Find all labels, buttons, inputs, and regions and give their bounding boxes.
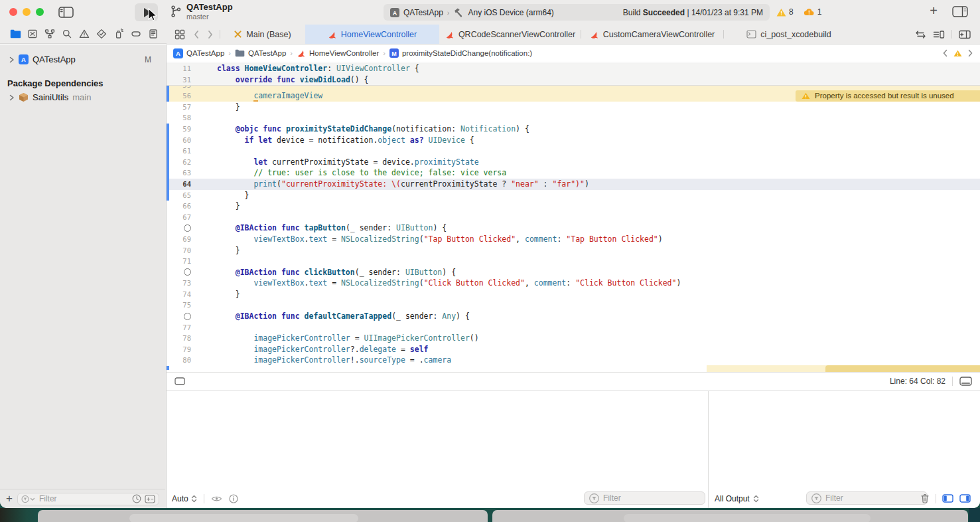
focus-editor-button[interactable] [175, 377, 185, 385]
tab-QRCodeScannerViewController[interactable]: QRCodeScannerViewController [440, 25, 581, 44]
code-line[interactable]: 78 imagePickerController = UIImagePicker… [167, 333, 980, 344]
line-number[interactable]: 67 [167, 212, 192, 223]
console-filter-field[interactable]: Filter [806, 491, 928, 505]
tab-overview-button[interactable] [173, 28, 186, 41]
warning-count-badge[interactable]: 8 [776, 7, 794, 17]
navigator-symbols[interactable] [43, 27, 56, 41]
zoom-window-button[interactable] [36, 8, 44, 16]
line-number[interactable] [167, 311, 192, 322]
code-line[interactable]: 75 [167, 300, 980, 311]
tab-ci_post_xcodebuild[interactable]: ci_post_xcodebuild [724, 25, 854, 44]
line-number[interactable]: 74 [167, 289, 192, 300]
line-number[interactable]: 66 [167, 201, 192, 212]
close-window-button[interactable] [9, 8, 17, 16]
scheme-selector[interactable]: A QATestApp › Any iOS Device (arm64) Bui… [384, 4, 770, 21]
line-number[interactable]: 11 [167, 63, 192, 74]
code-line[interactable]: 77 [167, 322, 980, 333]
code-line[interactable]: 60 if let device = notification.object a… [167, 135, 980, 146]
code-line[interactable]: @IBAction func clickButton(_ sender: UIB… [167, 267, 980, 278]
line-number[interactable]: 73 [167, 278, 192, 289]
tab-CustomCameraViewController[interactable]: CustomCameraViewController [581, 25, 723, 44]
code-line[interactable]: 70 } [167, 245, 980, 256]
code-line[interactable]: 31 override func viewDidLoad() { [167, 74, 980, 86]
inspector-toggle-button[interactable] [952, 6, 968, 17]
disclosure-chevron-icon[interactable] [9, 94, 15, 101]
scheme-app-label[interactable]: QATestApp [403, 8, 443, 17]
next-issue-button[interactable] [967, 49, 973, 57]
line-number[interactable]: 78 [167, 333, 192, 344]
code-line[interactable]: 64 print("currentProximityState: \(curre… [167, 179, 980, 190]
code-line[interactable]: 73 viewTextBox.text = NSLocalizedString(… [167, 278, 980, 289]
code-line[interactable]: 62 let currentProximityState = device.pr… [167, 157, 980, 168]
forward-button[interactable] [206, 29, 214, 40]
navigator-issues[interactable] [78, 27, 91, 41]
sidebar-item-project[interactable]: A QATestApp M [0, 53, 166, 66]
previous-issue-button[interactable] [942, 49, 948, 57]
clear-console-button[interactable] [920, 493, 930, 503]
breadcrumb-item[interactable]: AQATestApp [173, 48, 224, 58]
line-number[interactable]: 61 [167, 145, 192, 157]
line-number[interactable]: 64 [167, 179, 192, 190]
line-number[interactable]: 63 [167, 167, 192, 179]
navigator-breakpoints[interactable] [129, 27, 143, 41]
code-line[interactable]: 67 [167, 212, 980, 223]
line-number[interactable]: 65 [167, 190, 192, 201]
code-line[interactable]: 65 } [167, 190, 980, 201]
back-button[interactable] [192, 29, 200, 40]
line-number[interactable]: 60 [167, 135, 192, 146]
code-line[interactable]: 79 imagePickerController?.delegate = sel… [167, 344, 980, 355]
line-number[interactable]: 31 [167, 74, 192, 86]
add-button[interactable]: + [930, 3, 938, 19]
tab-HomeViewController[interactable]: HomeViewController [305, 25, 439, 44]
source-editor[interactable]: 11class HomeViewController: UIViewContro… [167, 63, 980, 372]
ibaction-connector[interactable] [184, 224, 191, 232]
code-line[interactable]: 71 [167, 256, 980, 267]
line-number[interactable]: 80 [167, 355, 192, 366]
variables-filter-field[interactable]: Filter [584, 491, 705, 505]
breadcrumb-item[interactable]: QATestApp [235, 49, 286, 57]
navigator-find[interactable] [60, 27, 74, 41]
line-col-indicator[interactable]: Line: 64 Col: 82 [890, 377, 945, 386]
line-number[interactable]: 77 [167, 322, 192, 333]
add-file-button[interactable]: + [6, 492, 13, 505]
code-line[interactable]: 59 @objc func proximityStateDidChange(no… [167, 124, 980, 135]
source-control-filter-icon[interactable] [145, 495, 155, 503]
line-number[interactable]: 56 [167, 90, 192, 102]
code-line[interactable]: @IBAction func tapButton(_ sender: UIBut… [167, 222, 980, 234]
line-number[interactable]: 79 [167, 344, 192, 355]
console-output-popup[interactable]: All Output [715, 489, 759, 508]
show-variables-view-button[interactable] [942, 494, 953, 503]
sidebar-toggle-button[interactable] [58, 7, 74, 18]
code-line[interactable]: 61 [167, 145, 980, 157]
editor-layout-button[interactable] [959, 377, 972, 386]
line-number[interactable]: 59 [167, 124, 192, 135]
show-console-button[interactable] [959, 494, 971, 503]
ibaction-connector[interactable] [184, 268, 191, 276]
code-line[interactable]: 74 } [167, 289, 980, 300]
quicklook-button[interactable] [211, 495, 222, 503]
minimize-window-button[interactable] [23, 8, 31, 16]
scheme-destination-label[interactable]: Any iOS Device (arm64) [468, 8, 553, 17]
variables-scope-popup[interactable]: Auto [172, 494, 197, 503]
add-editor-button[interactable] [959, 30, 971, 39]
cloud-issue-badge[interactable]: 1 [804, 7, 822, 17]
build-status[interactable]: Build Succeeded | 14/01/23 at 9:31 PM [623, 8, 763, 17]
navigator-filter-field[interactable]: Filter [17, 493, 159, 505]
breadcrumb-item[interactable]: HomeViewController [297, 48, 379, 58]
breadcrumb-item[interactable]: MproximityStateDidChange(notification:) [389, 48, 532, 58]
ibaction-connector[interactable] [184, 313, 191, 320]
code-line[interactable]: 57 } [167, 102, 980, 113]
code-line[interactable]: 56 cameraImageViewProperty is accessed b… [167, 90, 980, 102]
navigator-reports[interactable] [147, 27, 160, 41]
recent-files-icon[interactable] [132, 494, 141, 503]
code-line[interactable]: 55 [167, 86, 980, 90]
line-number[interactable]: 62 [167, 157, 192, 168]
code-line[interactable]: 63 // true: user is close to the device;… [167, 167, 980, 179]
inline-warning[interactable]: Property is accessed but result is unuse… [796, 90, 980, 102]
navigator-project[interactable] [9, 27, 22, 41]
code-line[interactable]: 58 [167, 112, 980, 124]
code-line[interactable]: 11class HomeViewController: UIViewContro… [167, 63, 980, 74]
navigator-debug[interactable] [112, 27, 125, 41]
line-number[interactable]: 57 [167, 102, 192, 113]
disclosure-chevron-icon[interactable] [9, 56, 15, 63]
